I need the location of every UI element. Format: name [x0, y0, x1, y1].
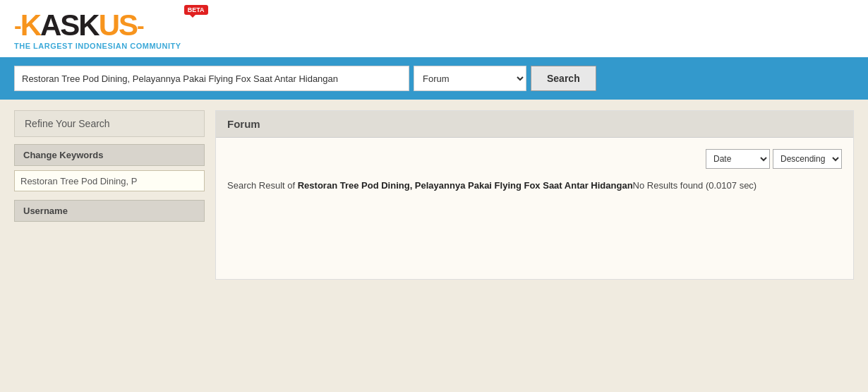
result-prefix: Search Result of	[227, 180, 298, 191]
page-header: - K ASK US - BETA THE LARGEST INDONESIAN…	[0, 0, 868, 57]
sidebar-username-label: Username	[14, 200, 205, 222]
logo-letter-k: K	[20, 11, 40, 40]
sidebar-section-keywords: Change Keywords	[14, 144, 205, 191]
result-bold: Restoran Tree Pod Dining, Pelayannya Pak…	[298, 180, 633, 191]
main-content: Refine Your Search Change Keywords Usern…	[0, 100, 868, 290]
sidebar-section-username: Username	[14, 200, 205, 222]
sidebar-title: Refine Your Search	[14, 110, 205, 137]
search-category-select[interactable]: Forum Thread Post User	[414, 66, 526, 91]
logo-tagline: THE LARGEST INDONESIAN COMMUNITY	[14, 42, 181, 50]
sort-by-select[interactable]: Date Relevance Views	[706, 149, 770, 169]
results-area: Forum Date Relevance Views Descending As…	[215, 110, 854, 280]
results-section-title: Forum	[216, 111, 853, 138]
result-suffix: No Results found (0.0107 sec)	[633, 180, 757, 191]
sort-order-select[interactable]: Descending Ascending	[773, 149, 842, 169]
result-text: Search Result of Restoran Tree Pod Dinin…	[227, 179, 842, 194]
logo-letter-us: US	[99, 11, 137, 40]
search-bar: Forum Thread Post User Search	[0, 57, 868, 100]
search-input[interactable]	[14, 66, 409, 91]
logo: - K ASK US -	[14, 11, 181, 40]
logo-dash-right: -	[137, 14, 143, 37]
beta-badge: BETA	[184, 5, 208, 15]
sort-controls: Date Relevance Views Descending Ascendin…	[227, 149, 842, 169]
logo-dash-left: -	[14, 14, 20, 37]
logo-container: - K ASK US - BETA THE LARGEST INDONESIAN…	[14, 11, 181, 50]
results-body: Date Relevance Views Descending Ascendin…	[216, 138, 853, 279]
search-button[interactable]: Search	[531, 66, 596, 91]
sidebar: Refine Your Search Change Keywords Usern…	[14, 110, 205, 280]
sidebar-keyword-input[interactable]	[14, 170, 205, 191]
sidebar-change-keywords-label: Change Keywords	[14, 144, 205, 166]
logo-letter-askus: ASK	[40, 11, 99, 40]
